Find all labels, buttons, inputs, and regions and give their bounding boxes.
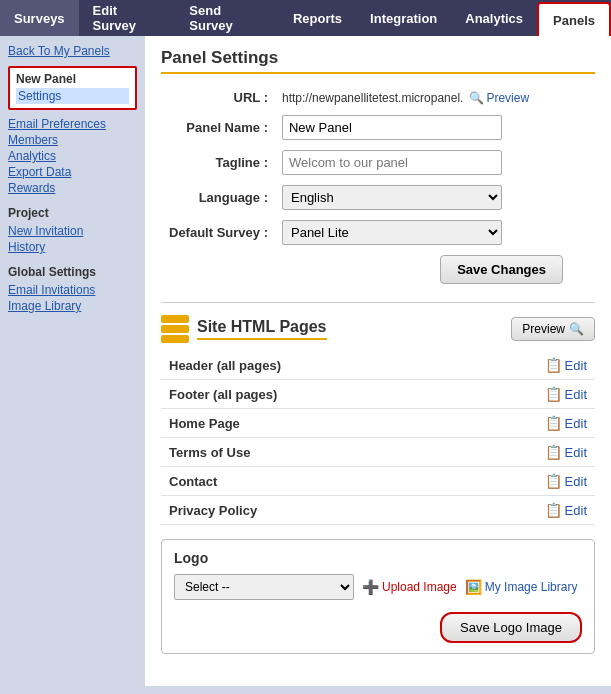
panel-name-input[interactable] xyxy=(282,115,502,140)
url-preview-label: Preview xyxy=(486,91,529,105)
sidebar-rewards[interactable]: Rewards xyxy=(8,180,137,196)
site-section-left: Site HTML Pages xyxy=(161,315,327,343)
logo-title: Logo xyxy=(174,550,582,566)
nav-send-survey[interactable]: Send Survey xyxy=(175,0,279,36)
language-label: Language : xyxy=(163,181,274,214)
tagline-row: Tagline : xyxy=(163,146,593,179)
nav-surveys[interactable]: Surveys xyxy=(0,0,79,36)
edit-footer-link[interactable]: 📋Edit xyxy=(543,386,587,402)
language-select[interactable]: English xyxy=(282,185,502,210)
edit-terms-link[interactable]: 📋Edit xyxy=(543,444,587,460)
site-preview-button[interactable]: Preview 🔍 xyxy=(511,317,595,341)
project-section: Project New Invitation History xyxy=(8,206,137,255)
edit-contact-text: Edit xyxy=(565,474,587,489)
icon-bar-3 xyxy=(161,335,189,343)
upload-label: Upload Image xyxy=(382,580,457,594)
save-changes-empty xyxy=(163,251,274,288)
image-library-button[interactable]: 🖼️ My Image Library xyxy=(465,579,578,595)
new-panel-title: New Panel xyxy=(16,72,129,86)
logo-section: Logo Select -- ➕ Upload Image 🖼️ My Imag… xyxy=(161,539,595,654)
tagline-cell xyxy=(276,146,593,179)
table-row: Header (all pages) 📋Edit xyxy=(161,351,595,380)
sidebar-new-invitation[interactable]: New Invitation xyxy=(8,223,137,239)
icon-bar-1 xyxy=(161,315,189,323)
sidebar-settings-link[interactable]: Settings xyxy=(16,88,129,104)
tagline-label: Tagline : xyxy=(163,146,274,179)
default-survey-label: Default Survey : xyxy=(163,216,274,249)
sidebar-members[interactable]: Members xyxy=(8,132,137,148)
page-footer-label: Footer (all pages) xyxy=(161,380,535,409)
tagline-input[interactable] xyxy=(282,150,502,175)
url-label: URL : xyxy=(163,86,274,109)
url-preview-link[interactable]: 🔍 Preview xyxy=(469,91,529,105)
default-survey-row: Default Survey : Panel Lite xyxy=(163,216,593,249)
project-title: Project xyxy=(8,206,137,220)
panel-links: Email Preferences Members Analytics Expo… xyxy=(8,116,137,196)
project-links: New Invitation History xyxy=(8,223,137,255)
nav-reports[interactable]: Reports xyxy=(279,0,356,36)
site-html-title: Site HTML Pages xyxy=(197,318,327,340)
sidebar-email-invitations[interactable]: Email Invitations xyxy=(8,282,137,298)
page-privacy-label: Privacy Policy xyxy=(161,496,535,525)
table-row: Home Page 📋Edit xyxy=(161,409,595,438)
settings-form: URL : http://newpanellitetest.micropanel… xyxy=(161,84,595,290)
new-panel-section: New Panel Settings xyxy=(8,66,137,110)
sidebar: Back To My Panels New Panel Settings Ema… xyxy=(0,36,145,686)
icon-bar-2 xyxy=(161,325,189,333)
image-lib-icon: 🖼️ xyxy=(465,579,482,595)
panel-links-section: Email Preferences Members Analytics Expo… xyxy=(8,116,137,196)
edit-contact-link[interactable]: 📋Edit xyxy=(543,473,587,489)
panel-settings-section: Panel Settings URL : http://newpanellite… xyxy=(161,48,595,290)
edit-icon: 📋 xyxy=(545,386,562,402)
upload-image-button[interactable]: ➕ Upload Image xyxy=(362,579,457,595)
site-section-header: Site HTML Pages Preview 🔍 xyxy=(161,315,595,343)
panel-name-label: Panel Name : xyxy=(163,111,274,144)
nav-integration[interactable]: Integration xyxy=(356,0,451,36)
global-settings-links: Email Invitations Image Library xyxy=(8,282,137,314)
upload-icon: ➕ xyxy=(362,579,379,595)
page-terms-label: Terms of Use xyxy=(161,438,535,467)
edit-terms-text: Edit xyxy=(565,445,587,460)
nav-analytics[interactable]: Analytics xyxy=(451,0,537,36)
image-lib-label: My Image Library xyxy=(485,580,578,594)
save-logo-button[interactable]: Save Logo Image xyxy=(440,612,582,643)
edit-header-link[interactable]: 📋Edit xyxy=(543,357,587,373)
sidebar-export-data[interactable]: Export Data xyxy=(8,164,137,180)
magnifier-icon: 🔍 xyxy=(469,91,484,105)
url-value-cell: http://newpanellitetest.micropanel. 🔍 Pr… xyxy=(276,86,593,109)
save-changes-cell: Save Changes xyxy=(276,251,593,288)
edit-icon: 📋 xyxy=(545,473,562,489)
sidebar-image-library[interactable]: Image Library xyxy=(8,298,137,314)
search-icon: 🔍 xyxy=(569,322,584,336)
save-changes-button[interactable]: Save Changes xyxy=(440,255,563,284)
edit-home-link[interactable]: 📋Edit xyxy=(543,415,587,431)
pages-table: Header (all pages) 📋Edit Footer (all pag… xyxy=(161,351,595,525)
edit-header-text: Edit xyxy=(565,358,587,373)
language-cell: English xyxy=(276,181,593,214)
default-survey-select[interactable]: Panel Lite xyxy=(282,220,502,245)
sidebar-history[interactable]: History xyxy=(8,239,137,255)
edit-home-text: Edit xyxy=(565,416,587,431)
nav-edit-survey[interactable]: Edit Survey xyxy=(79,0,176,36)
section-divider-1 xyxy=(161,302,595,303)
panel-name-cell xyxy=(276,111,593,144)
global-settings-section: Global Settings Email Invitations Image … xyxy=(8,265,137,314)
sidebar-email-preferences[interactable]: Email Preferences xyxy=(8,116,137,132)
global-settings-title: Global Settings xyxy=(8,265,137,279)
edit-privacy-link[interactable]: 📋Edit xyxy=(543,502,587,518)
main-content: Panel Settings URL : http://newpanellite… xyxy=(145,36,611,686)
edit-icon: 📋 xyxy=(545,357,562,373)
page-header-label: Header (all pages) xyxy=(161,351,535,380)
edit-icon: 📋 xyxy=(545,444,562,460)
logo-select[interactable]: Select -- xyxy=(174,574,354,600)
pages-icon xyxy=(161,315,189,343)
default-survey-cell: Panel Lite xyxy=(276,216,593,249)
site-html-section: Site HTML Pages Preview 🔍 Header (all pa… xyxy=(161,315,595,525)
nav-panels[interactable]: Panels xyxy=(537,2,611,38)
url-row: URL : http://newpanellitetest.micropanel… xyxy=(163,86,593,109)
logo-controls: Select -- ➕ Upload Image 🖼️ My Image Lib… xyxy=(174,574,582,600)
sidebar-analytics[interactable]: Analytics xyxy=(8,148,137,164)
back-to-panels-link[interactable]: Back To My Panels xyxy=(8,44,137,58)
preview-label: Preview xyxy=(522,322,565,336)
edit-icon: 📋 xyxy=(545,415,562,431)
